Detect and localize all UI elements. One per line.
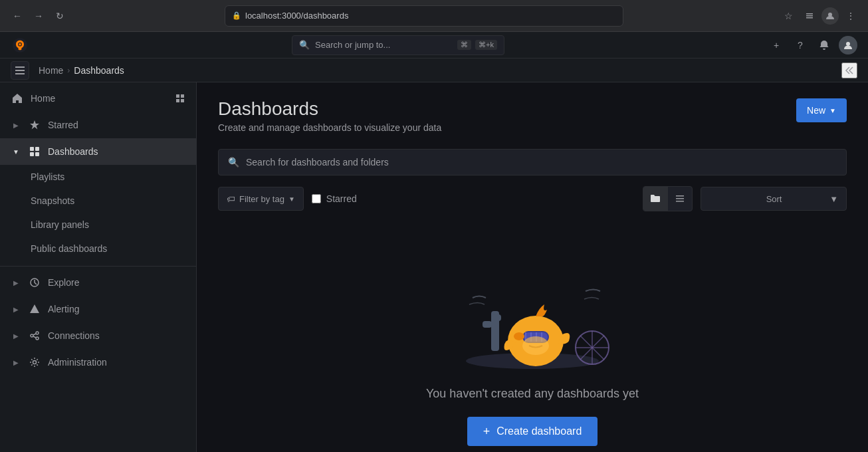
breadcrumb-collapse-button[interactable] bbox=[841, 62, 857, 78]
topbar-right-actions: + ? bbox=[767, 36, 857, 55]
sidebar-item-administration[interactable]: ▶ Administration bbox=[0, 349, 196, 376]
back-button[interactable]: ← bbox=[8, 7, 27, 25]
svg-point-20 bbox=[36, 332, 39, 334]
tag-icon: 🏷 bbox=[227, 194, 235, 204]
search-icon: 🔍 bbox=[228, 157, 239, 168]
search-placeholder-text: Search or jump to... bbox=[315, 40, 390, 50]
svg-point-3 bbox=[19, 43, 21, 46]
svg-point-19 bbox=[31, 334, 33, 337]
bookmark-button[interactable]: ☆ bbox=[779, 7, 798, 25]
explore-icon bbox=[28, 276, 41, 289]
folder-icon bbox=[650, 193, 661, 204]
sidebar-snapshots-label: Snapshots bbox=[31, 195, 74, 206]
breadcrumb-separator: › bbox=[67, 66, 70, 75]
sidebar-item-public-dashboards[interactable]: Public dashboards bbox=[0, 237, 196, 261]
search-shortcut-area: ⌘ ⌘+k bbox=[457, 40, 497, 50]
starred-filter-text: Starred bbox=[326, 193, 357, 204]
folder-view-button[interactable] bbox=[643, 187, 667, 211]
filter-row: 🏷 Filter by tag ▼ Starred Sor bbox=[218, 186, 847, 211]
sidebar-public-dashboards-label: Public dashboards bbox=[31, 243, 107, 254]
help-button[interactable]: ? bbox=[791, 36, 810, 55]
svg-point-4 bbox=[846, 42, 850, 46]
notifications-button[interactable] bbox=[815, 36, 833, 55]
main-content: Dashboards Create and manage dashboards … bbox=[197, 82, 868, 452]
add-new-button[interactable]: + bbox=[767, 36, 786, 55]
sidebar-item-snapshots[interactable]: Snapshots bbox=[0, 189, 196, 213]
sidebar-connections-label: Connections bbox=[48, 330, 185, 341]
dashboard-search-field[interactable]: 🔍 bbox=[218, 149, 847, 175]
sidebar: Home ▶ Starred ▼ Dashboards bbox=[0, 82, 197, 452]
new-button[interactable]: New ▼ bbox=[796, 98, 847, 122]
starred-checkbox[interactable] bbox=[312, 194, 321, 203]
view-toggle-group bbox=[643, 186, 693, 211]
topbar-left bbox=[11, 36, 29, 55]
sidebar-item-explore[interactable]: ▶ Explore bbox=[0, 269, 196, 296]
administration-icon bbox=[28, 356, 41, 369]
sidebar-alerting-label: Alerting bbox=[48, 304, 185, 314]
starred-filter-label[interactable]: Starred bbox=[312, 193, 357, 204]
administration-expand-icon: ▶ bbox=[11, 359, 21, 366]
create-dashboard-button[interactable]: + Create dashboard bbox=[467, 417, 598, 446]
create-dashboard-label: Create dashboard bbox=[496, 425, 582, 437]
svg-point-18 bbox=[34, 311, 35, 312]
list-icon bbox=[675, 193, 685, 204]
sort-chevron-icon: ▼ bbox=[829, 194, 838, 204]
list-view-button[interactable] bbox=[668, 187, 692, 211]
sidebar-divider-1 bbox=[0, 266, 196, 267]
filter-tag-label: Filter by tag bbox=[239, 194, 284, 204]
empty-illustration bbox=[433, 238, 632, 371]
sidebar-administration-label: Administration bbox=[48, 357, 185, 368]
sidebar-panel-icon bbox=[175, 93, 185, 104]
sidebar-home-label: Home bbox=[31, 93, 168, 104]
svg-rect-6 bbox=[15, 70, 25, 71]
sidebar-item-alerting[interactable]: ▶ Alerting bbox=[0, 296, 196, 322]
extensions-button[interactable] bbox=[800, 7, 819, 25]
breadcrumb-home-link[interactable]: Home bbox=[39, 65, 63, 76]
svg-rect-12 bbox=[30, 147, 34, 151]
search-kbd-icon: ⌘ bbox=[457, 40, 471, 50]
user-profile-avatar[interactable] bbox=[839, 36, 857, 55]
browser-profile-avatar[interactable] bbox=[821, 7, 839, 25]
dashboards-expand-icon: ▼ bbox=[11, 148, 21, 156]
empty-state-message: You haven't created any dashboards yet bbox=[426, 387, 639, 401]
svg-rect-26 bbox=[676, 198, 684, 199]
sidebar-playlists-label: Playlists bbox=[31, 171, 64, 182]
breadcrumb-current-page: Dashboards bbox=[74, 65, 124, 76]
grafana-logo[interactable] bbox=[11, 36, 29, 55]
sort-button[interactable]: Sort ▼ bbox=[701, 187, 847, 211]
svg-rect-9 bbox=[181, 94, 184, 98]
sidebar-item-connections[interactable]: ▶ Connections bbox=[0, 322, 196, 349]
svg-rect-10 bbox=[176, 99, 179, 102]
svg-point-45 bbox=[514, 332, 524, 340]
explore-expand-icon: ▶ bbox=[11, 279, 21, 286]
connections-icon bbox=[28, 329, 41, 342]
sidebar-item-starred[interactable]: ▶ Starred bbox=[0, 112, 196, 138]
search-input[interactable] bbox=[246, 157, 837, 168]
page-title: Dashboards bbox=[218, 98, 441, 120]
new-button-chevron-icon: ▼ bbox=[829, 107, 836, 114]
sidebar-item-dashboards[interactable]: ▼ Dashboards bbox=[0, 138, 196, 165]
browser-chrome: ← → ↻ 🔒 localhost:3000/dashboards ☆ ⋮ bbox=[0, 0, 868, 32]
sort-label: Sort bbox=[766, 194, 782, 204]
browser-menu-button[interactable]: ⋮ bbox=[841, 7, 860, 25]
sidebar-dashboards-label: Dashboards bbox=[48, 146, 185, 157]
sidebar-toggle-button[interactable] bbox=[11, 61, 29, 80]
starred-expand-icon: ▶ bbox=[11, 122, 21, 129]
refresh-button[interactable]: ↻ bbox=[51, 7, 69, 25]
topbar-search-container: 🔍 Search or jump to... ⌘ ⌘+k bbox=[36, 35, 760, 55]
global-search-bar[interactable]: 🔍 Search or jump to... ⌘ ⌘+k bbox=[292, 35, 504, 55]
sidebar-starred-label: Starred bbox=[48, 120, 185, 130]
svg-rect-7 bbox=[15, 73, 25, 74]
forward-button[interactable]: → bbox=[29, 7, 48, 25]
url-bar[interactable]: 🔒 localhost:3000/dashboards bbox=[225, 5, 623, 27]
filter-by-tag-button[interactable]: 🏷 Filter by tag ▼ bbox=[218, 187, 304, 211]
sidebar-item-playlists[interactable]: Playlists bbox=[0, 165, 196, 189]
sidebar-main-section: Home ▶ Starred ▼ Dashboards bbox=[0, 82, 196, 263]
svg-line-23 bbox=[33, 336, 36, 338]
sidebar-item-home[interactable]: Home bbox=[0, 85, 196, 112]
url-text: localhost:3000/dashboards bbox=[245, 11, 348, 21]
sidebar-item-library-panels[interactable]: Library panels bbox=[0, 213, 196, 237]
empty-state: You haven't created any dashboards yet +… bbox=[218, 211, 847, 452]
svg-point-24 bbox=[33, 361, 37, 364]
filter-tag-chevron-icon: ▼ bbox=[288, 195, 295, 203]
